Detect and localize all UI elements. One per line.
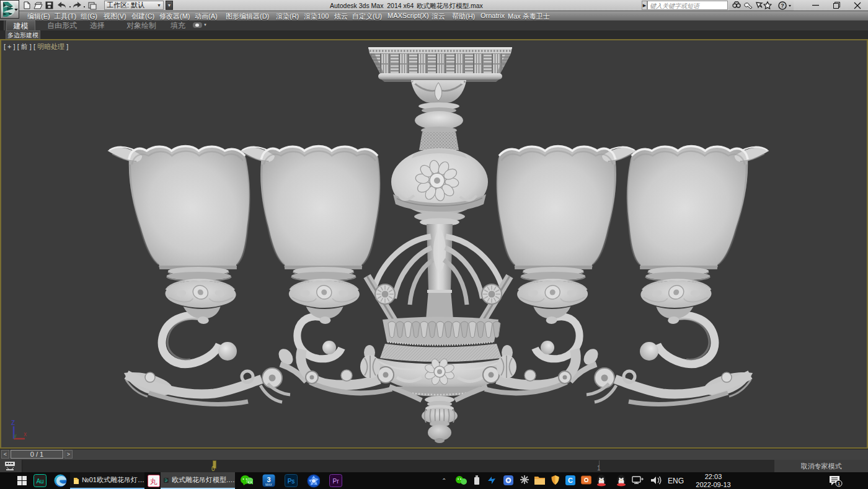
svg-text:Ps: Ps (288, 478, 295, 485)
svg-text:?: ? (781, 2, 784, 9)
svg-text:MAX: MAX (265, 483, 273, 487)
svg-text:x: x (24, 431, 27, 437)
svg-text:y: y (14, 433, 17, 439)
svg-text:丸: 丸 (150, 477, 157, 486)
svg-text:Z: Z (11, 419, 15, 426)
svg-text:Pr: Pr (333, 478, 340, 485)
svg-text:Au: Au (36, 478, 43, 485)
svg-text:1: 1 (838, 481, 841, 487)
svg-text:C: C (568, 477, 573, 484)
